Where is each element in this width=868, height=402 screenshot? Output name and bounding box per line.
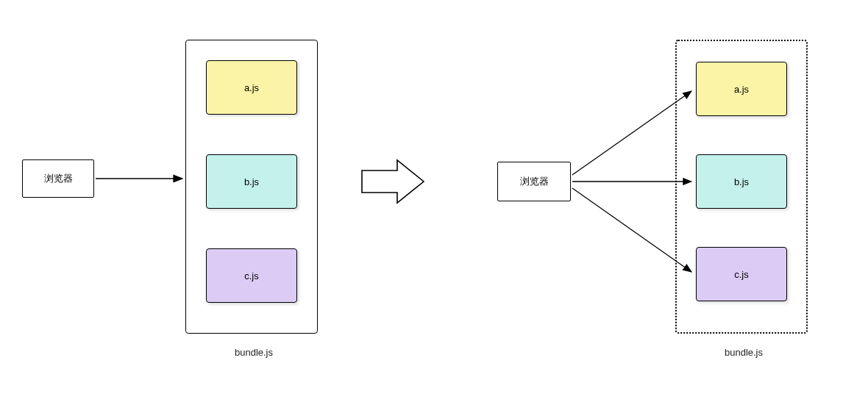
module-a-left: a.js	[206, 60, 297, 115]
browser-box-right: 浏览器	[497, 162, 571, 201]
bundle-label-left: bundle.js	[221, 347, 287, 358]
arrow-browser-to-a-right	[572, 91, 691, 175]
transition-arrow-icon	[362, 160, 424, 203]
arrow-browser-to-c-right	[572, 188, 691, 272]
module-a-right-label: a.js	[734, 84, 749, 95]
browser-box-left: 浏览器	[22, 159, 94, 198]
module-c-right: c.js	[696, 247, 787, 301]
module-c-left-label: c.js	[244, 270, 259, 281]
bundle-label-right: bundle.js	[711, 347, 777, 358]
module-b-right: b.js	[696, 154, 787, 209]
module-a-right: a.js	[696, 62, 787, 116]
browser-label-right: 浏览器	[520, 175, 549, 188]
module-b-right-label: b.js	[734, 176, 749, 187]
diagram-stage: 浏览器 a.js b.js c.js bundle.js 浏览器 a.js b.…	[0, 0, 868, 402]
module-b-left: b.js	[206, 154, 297, 209]
module-b-left-label: b.js	[244, 176, 259, 187]
module-c-left: c.js	[206, 248, 297, 303]
module-a-left-label: a.js	[244, 82, 259, 93]
browser-label-left: 浏览器	[44, 172, 73, 185]
module-c-right-label: c.js	[734, 269, 749, 280]
